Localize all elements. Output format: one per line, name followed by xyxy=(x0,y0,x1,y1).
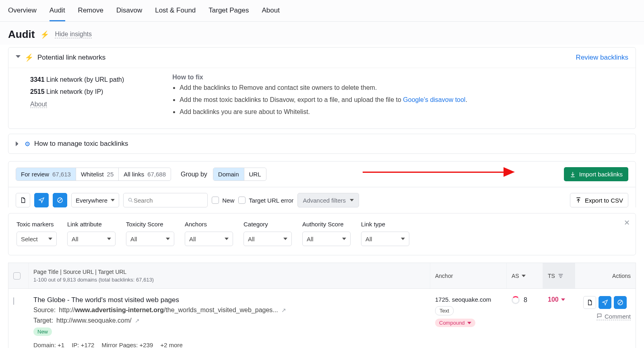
chevron-down-icon xyxy=(48,238,52,240)
nav-lost-found[interactable]: Lost & Found xyxy=(155,6,196,21)
fix-step-1: Add the backlinks to Remove and contact … xyxy=(180,84,467,91)
page-header: Audit ⚡ Hide insights xyxy=(0,22,644,45)
filter-label-link-type: Link type xyxy=(361,221,409,228)
send-icon xyxy=(38,197,45,203)
anchor-tag-compound[interactable]: Compound xyxy=(435,319,475,327)
group-by-label: Group by xyxy=(181,171,207,178)
comment-link[interactable]: Comment xyxy=(597,313,631,320)
nav-audit[interactable]: Audit xyxy=(50,6,65,21)
external-link-icon[interactable]: ↗ xyxy=(281,307,286,313)
filter-label-authority-score: Authority Score xyxy=(302,221,351,228)
filter-label-category: Category xyxy=(244,221,292,228)
filter-toxic-markers[interactable]: Select xyxy=(17,232,57,246)
export-csv-button[interactable]: Export to CSV xyxy=(570,193,628,207)
send-action-button[interactable] xyxy=(34,193,49,207)
external-link-icon[interactable]: ↗ xyxy=(135,317,140,324)
col-title-url[interactable]: Page Title | Source URL | Target URL 1-1… xyxy=(29,263,430,288)
sort-icon xyxy=(522,275,526,277)
meta-ip[interactable]: IP: +172 xyxy=(72,342,94,348)
nav-about[interactable]: About xyxy=(262,6,279,21)
col-as[interactable]: AS xyxy=(507,263,543,288)
tab-whitelist[interactable]: Whitelist25 xyxy=(76,168,119,180)
action-send-button[interactable] xyxy=(599,296,611,309)
search-input[interactable] xyxy=(123,193,208,207)
filter-anchors[interactable]: All xyxy=(185,232,233,246)
search-field[interactable] xyxy=(134,197,203,204)
hide-insights-link[interactable]: Hide insights xyxy=(55,31,92,38)
filter-authority-score[interactable]: All xyxy=(302,232,351,246)
how-to-fix: How to fix Add the backlinks to Remove a… xyxy=(172,68,467,120)
metric-url-path-label: Link network (by URL path) xyxy=(46,76,124,83)
action-whitelist-button[interactable] xyxy=(583,296,596,309)
row-source-url[interactable]: Source: http://www.advertising-internet.… xyxy=(33,307,425,314)
col-actions: Actions xyxy=(575,263,636,288)
chevron-down-icon xyxy=(467,322,471,324)
filter-link-attribute[interactable]: All xyxy=(67,232,116,246)
seg-group-by: Domain URL xyxy=(213,168,266,181)
ts-value[interactable]: 100 xyxy=(548,296,570,303)
comment-icon xyxy=(597,313,602,319)
meta-mirror[interactable]: Mirror Pages: +239 xyxy=(101,342,153,348)
sort-desc-icon xyxy=(557,273,564,279)
filter-label-link-attribute: Link attribute xyxy=(67,221,116,228)
toolbar: Everywhere New Target URL error Advanced… xyxy=(8,187,636,207)
chevron-down-icon xyxy=(342,238,346,240)
panel-title: How to manage toxic backlinks xyxy=(34,140,128,148)
filter-toxicity-score[interactable]: All xyxy=(126,232,174,246)
chevron-down-icon xyxy=(401,238,405,240)
scope-select[interactable]: Everywhere xyxy=(71,193,119,207)
chevron-down-icon[interactable] xyxy=(16,55,21,60)
anchor-tag-text: Text xyxy=(435,306,454,315)
chevron-down-icon xyxy=(111,199,115,201)
gear-icon: ⚙ xyxy=(25,140,30,148)
nav-disavow[interactable]: Disavow xyxy=(116,6,142,21)
close-icon[interactable]: ✕ xyxy=(624,218,630,227)
col-ts[interactable]: TS xyxy=(543,263,575,288)
chevron-right-icon[interactable] xyxy=(16,141,21,146)
block-icon xyxy=(57,197,63,203)
advanced-filters-button[interactable]: Advanced filters xyxy=(297,193,359,207)
new-checkbox[interactable]: New xyxy=(212,197,234,204)
nav-overview[interactable]: Overview xyxy=(8,6,37,21)
target-url-error-checkbox[interactable]: Target URL error xyxy=(238,197,293,204)
page-title: Audit xyxy=(8,28,35,41)
fix-step-2: Add the most toxic backlinks to Disavow,… xyxy=(180,96,467,104)
new-badge: New xyxy=(33,327,52,336)
annotation-arrow xyxy=(363,169,515,175)
meta-domain[interactable]: Domain: +1 xyxy=(33,342,64,348)
filter-category[interactable]: All xyxy=(244,232,292,246)
fix-step-3: Add backlinks you are sure about to Whit… xyxy=(180,108,467,116)
about-link[interactable]: About xyxy=(30,101,47,108)
tab-for-review[interactable]: For review67,613 xyxy=(16,168,76,180)
groupby-domain[interactable]: Domain xyxy=(213,168,244,180)
col-anchor[interactable]: Anchor xyxy=(430,263,507,288)
whitelist-action-button[interactable] xyxy=(16,193,30,207)
table-row: The Globe - The world's most visited web… xyxy=(8,289,636,348)
chevron-down-icon xyxy=(350,199,354,201)
review-backlinks-link[interactable]: Review backlinks xyxy=(576,54,628,62)
chevron-down-icon xyxy=(283,238,287,240)
document-icon xyxy=(20,197,26,203)
block-action-button[interactable] xyxy=(53,193,67,207)
import-backlinks-button[interactable]: Import backlinks xyxy=(564,167,628,181)
filter-link-type[interactable]: All xyxy=(361,232,409,246)
chevron-down-icon xyxy=(166,238,170,240)
row-target-url[interactable]: Target: http://www.seoquake.com/ ↗ xyxy=(33,317,425,324)
select-all-checkbox[interactable] xyxy=(13,272,21,280)
panel-manage-toxic: ⚙ How to manage toxic backlinks xyxy=(8,134,636,154)
row-page-title[interactable]: The Globe - The world's most visited web… xyxy=(33,296,425,304)
as-value: 8 xyxy=(512,296,538,304)
panel-link-networks: ⚡ Potential link networks Review backlin… xyxy=(8,47,636,129)
action-block-button[interactable] xyxy=(614,296,627,309)
meta-more[interactable]: +2 more xyxy=(160,342,182,348)
nav-remove[interactable]: Remove xyxy=(78,6,103,21)
tab-all-links[interactable]: All links67,688 xyxy=(119,168,171,180)
score-donut-icon xyxy=(512,296,520,304)
disavow-tool-link[interactable]: Google's disavow tool xyxy=(403,96,465,103)
metric-ip-count: 2515 xyxy=(30,88,45,95)
metric-ip-label: Link network (by IP) xyxy=(46,88,103,95)
row-checkbox[interactable] xyxy=(13,297,14,305)
nav-target-pages[interactable]: Target Pages xyxy=(208,6,249,21)
groupby-url[interactable]: URL xyxy=(244,168,266,180)
network-metrics: 3341 Link network (by URL path) 2515 Lin… xyxy=(30,68,124,120)
